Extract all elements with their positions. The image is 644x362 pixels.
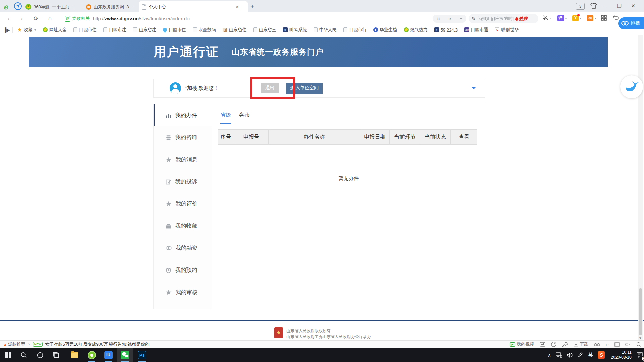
ime-language[interactable]: 英 [586,348,595,362]
chevron-down-icon[interactable] [460,18,462,20]
bookmark-item[interactable]: 日照市住 [161,27,188,33]
photoshop-button[interactable]: Ps [134,348,150,362]
bookmark-item[interactable]: 水晶数码 [191,27,218,33]
bookmark-item[interactable]: 山东省三 [251,27,278,33]
stack-icon [166,135,171,140]
reading-glasses-icon[interactable] [594,342,600,346]
sidebar-item-my-messages[interactable]: 我的消息 [154,148,212,171]
action-center-button[interactable]: 2 [635,348,644,362]
refresh-icon[interactable]: ⟳ [32,14,40,23]
bookmark-item[interactable]: IC联创世华 [493,27,521,33]
translate-tool[interactable]: 译 [557,15,567,21]
bookmark-item[interactable]: bsp日照市通 [462,27,490,33]
sidebar-item-my-reviews[interactable]: 我的审核 [154,281,212,303]
browser-tab-3-active[interactable]: 个人中心 ✕ [139,1,248,12]
news-headline-link[interactable]: 女子存款5万元10年后变成900万 银行告知:钱都是你的 [45,341,150,347]
bookmark-item[interactable]: 中华人民 [312,27,339,33]
sidebar-item-my-favorites[interactable]: 我的收藏 [154,215,212,237]
scrollbar-thumb[interactable] [639,288,642,335]
send-nav-icon[interactable] [14,2,22,10]
tab-close-icon[interactable]: ✕ [235,4,240,10]
zoom-search-icon[interactable] [636,342,641,347]
welcome-text: *加楼,欢迎您！ [185,85,219,92]
apps-grid-tool[interactable] [601,15,607,21]
windows-ink-icon[interactable] [576,348,585,362]
sidebar-item-my-financing[interactable]: 我的融资 [154,237,212,259]
cloud-drag-widget[interactable]: 拖拽 [618,17,644,29]
flame-icon: ▲ [3,342,7,346]
restore-button[interactable]: ❐ [615,2,624,10]
address-bar: ‹ › ⟳ ⌂ 证 党政机关 http://zwfw.sd.gov.cn/sfz… [0,12,644,25]
userbar-chevron-down-icon[interactable] [472,87,476,92]
file-explorer-button[interactable] [67,348,83,362]
bookmark-item[interactable]: 日照市行 [341,27,369,33]
bookmark-item[interactable]: 山东省建 [131,27,158,33]
sogou-tray-icon[interactable]: S [596,348,606,362]
browser-tab-1[interactable]: 360导航_一个主页，整个世界 [22,1,81,12]
game-tool[interactable]: 🎮︎ [587,15,596,21]
taskbar-clock[interactable]: 10:112020-08-10 [608,348,635,362]
search-input-text[interactable]: 为姐姐们应援的时候 [478,16,515,22]
bookmark-item[interactable]: 毕业生档 [371,27,399,33]
qr-grid-icon[interactable]: ⠿ [437,16,440,21]
bookmark-item[interactable]: 燃气热力 [402,27,430,33]
image-icon[interactable] [540,342,545,347]
tab-count-badge[interactable]: 3 [576,3,585,10]
network-icon[interactable] [554,348,564,362]
close-button[interactable]: ✕ [629,2,638,10]
undo-closed-tab-tool[interactable] [612,15,619,20]
bookmark-item[interactable]: ≋59.224.3 [432,27,460,33]
wechat-button[interactable] [117,348,133,362]
scrollbar-down-icon[interactable]: ▼ [639,336,642,340]
taskbar-search[interactable] [16,348,32,362]
user-bar: *加楼,欢迎您！ 退出 进入单位空间 [153,79,485,98]
bookmark-item[interactable]: 山东省住 [221,27,249,33]
tab-cities[interactable]: 各市 [239,112,250,124]
forward-icon[interactable]: › [17,14,26,23]
tab-separator [82,3,82,9]
speed-dial-icon[interactable] [551,342,556,347]
theme-skin-icon[interactable] [590,3,597,10]
hot-recommend[interactable]: ▲爆款推荐 [3,341,25,347]
sidebar-item-my-appointments[interactable]: 我的预约 [154,259,212,281]
download-manager[interactable]: 下载 [574,341,588,347]
wallet-tool[interactable]: ¥ [572,15,582,21]
speaker-icon[interactable] [625,342,631,347]
360-browser-button[interactable] [84,348,99,362]
sidebar-item-my-ratings[interactable]: 我的评价 [154,193,212,215]
window-split-icon[interactable] [614,342,620,347]
favorites-menu[interactable]: ★ 收藏 [15,27,38,33]
sidebar-item-my-cases[interactable]: 我的办件 [154,104,212,126]
volume-icon[interactable] [565,348,575,362]
sidebar-expand-icon[interactable]: ▐▶ [3,27,13,33]
search-icon: 🔍︎ [471,16,476,21]
tray-expand-icon[interactable]: ∧ [545,348,554,362]
ie-compat-icon[interactable]: ℮ [449,16,451,21]
bookmark-item[interactable]: 日照市建 [101,27,128,33]
assistant-float-icon[interactable] [620,75,643,98]
search-box[interactable]: 🔍︎ 为姐姐们应援的时候 热搜 [469,14,538,23]
my-videos[interactable]: ▶我的视频 [510,341,534,347]
new-tab-button[interactable]: + [250,3,254,10]
bookmark-item[interactable]: ≋叫号系统 [281,27,309,33]
minimize-button[interactable]: — [601,2,609,10]
bookmark-item[interactable]: 日照市住 [71,27,99,33]
rocket-icon[interactable] [562,342,568,347]
sidebar-item-my-complaints[interactable]: 我的投诉 [154,171,212,193]
start-button[interactable] [1,348,16,362]
home-icon[interactable]: ⌂ [46,14,54,23]
hot-search-link[interactable]: 热搜 [515,16,528,22]
wechat-icon [121,351,129,359]
bookmark-item[interactable]: 网址大全 [41,27,69,33]
task-view-button[interactable] [48,348,64,362]
sidebar-item-my-consultations[interactable]: 我的咨询 [154,126,212,148]
ie-mode-icon[interactable]: ℮ [606,342,609,347]
screenshot-tool[interactable] [542,15,551,21]
cortana-button[interactable] [32,348,48,362]
chevron-down-icon[interactable]: ˅ [28,343,30,346]
tab-provincial[interactable]: 省级 [220,112,231,124]
iu-app-button[interactable]: iU [101,348,116,362]
url-field[interactable]: 证 党政机关 http://zwfw.sd.gov.cn/sfzw/front/… [61,14,427,23]
browser-tab-2[interactable]: 山东政务服务网_360搜索 [83,1,138,12]
back-icon[interactable]: ‹ [4,14,13,23]
